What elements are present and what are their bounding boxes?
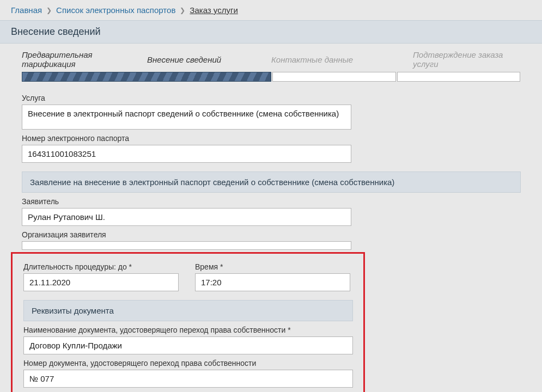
breadcrumb-home-link[interactable]: Главная [11,5,42,15]
time-label: Время * [195,262,350,271]
applicant-org-label: Организация заявителя [22,230,520,239]
doc-num-label: Номер документа, удостоверящего переход … [23,359,352,367]
passport-num-label: Номер электронного паспорта [22,134,520,143]
highlighted-section: Длительность процедуры: до * Время * Рек… [11,252,365,392]
progress-segment-empty [397,72,521,82]
doc-num-field[interactable] [23,370,353,388]
page-title: Внесение сведений [0,20,542,44]
section-header-doc-details: Реквизиты документа [23,300,353,321]
chevron-right-icon: ❯ [46,7,52,14]
section-header-application: Заявление на внесение в электронный пасп… [22,171,521,193]
wizard-steps: Предварительная тарификация Внесение све… [0,44,542,72]
progress-segment-filled [22,72,271,82]
wizard-step-2: Внесение сведений [147,55,271,64]
applicant-field[interactable]: Рулан Рутапович Ш. [22,208,351,226]
chevron-right-icon: ❯ [180,7,185,14]
duration-label: Длительность процедуры: до * [23,262,179,271]
doc-name-label: Наименование документа, удостоверящего п… [23,326,352,334]
passport-num-field[interactable]: 164311001083251 [22,145,351,163]
applicant-org-field[interactable] [22,241,351,250]
service-field[interactable]: Внесение в электронный паспорт сведений … [22,105,351,130]
breadcrumb: Главная ❯ Список электронных паспортов ❯… [0,0,542,20]
wizard-step-3: Контактные данные [271,55,413,64]
wizard-step-4: Подтверждение заказа услуги [413,50,520,69]
time-field[interactable] [195,273,350,291]
form-area: Услуга Внесение в электронный паспорт св… [0,94,542,392]
progress-segment-empty [272,72,396,82]
wizard-step-1: Предварительная тарификация [22,50,147,69]
wizard-progress [0,72,542,89]
breadcrumb-current: Заказ услуги [190,5,237,15]
duration-field[interactable] [23,273,179,291]
service-label: Услуга [22,94,520,102]
doc-name-field[interactable] [23,336,353,354]
breadcrumb-list-link[interactable]: Список электронных паспортов [56,5,175,15]
applicant-label: Заявитель [22,197,520,206]
